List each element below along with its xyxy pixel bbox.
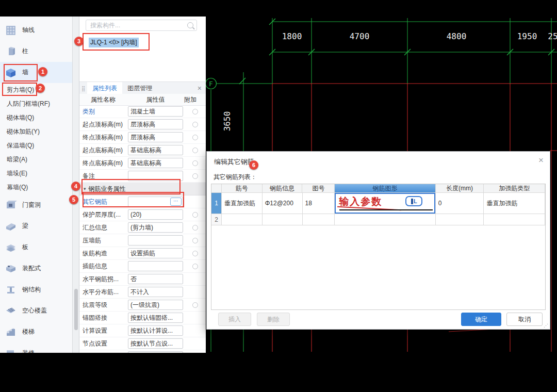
property-value-field[interactable] — [128, 261, 183, 271]
bar-info-cell[interactable] — [263, 214, 303, 225]
property-value-field[interactable]: (剪力墙) — [128, 222, 183, 233]
sidebar-item-stairs[interactable]: 楼梯 — [0, 321, 72, 342]
row-number-cell[interactable]: 1 — [211, 193, 222, 214]
property-value-field[interactable]: 按默认节点设... — [128, 338, 183, 349]
property-row: 类别混凝土墙 — [79, 105, 206, 118]
rebar-column-header[interactable]: 长度(mm) — [436, 184, 484, 193]
property-group-row[interactable]: ▾钢筋业务属性 — [79, 183, 206, 195]
resize-grip-icon[interactable]: ⋰ — [544, 323, 548, 328]
rebar-column-header[interactable]: 图号 — [302, 184, 335, 193]
sidebar-item-sub-4[interactable]: 人防门框墙(RF) — [0, 97, 72, 111]
figure-no-cell[interactable] — [303, 214, 335, 225]
attach-toggle[interactable] — [192, 264, 198, 269]
attach-toggle[interactable] — [192, 251, 198, 256]
sidebar-item-sub-10[interactable]: 幕墙(Q) — [0, 181, 72, 194]
length-cell[interactable] — [436, 214, 484, 225]
sidebar-item-finish[interactable]: 装修 — [0, 342, 72, 353]
properties-column-header: 属性名称 属性值 附加 — [79, 94, 206, 106]
property-value-field[interactable]: 按默认计算设... — [128, 325, 183, 336]
property-value-field[interactable]: 不计入 — [128, 287, 183, 297]
property-name: 水平分布筋... — [79, 288, 127, 297]
strengthen-type-cell[interactable] — [484, 214, 545, 225]
property-name: 起点底标高(m) — [79, 146, 127, 155]
sidebar-item-slab[interactable]: 板 — [0, 237, 72, 258]
sidebar-scrollbar-thumb[interactable] — [74, 289, 78, 330]
attach-toggle[interactable] — [192, 225, 198, 231]
property-value-field[interactable]: 层顶标高 — [128, 132, 183, 142]
row-number-cell[interactable]: 2 — [211, 214, 222, 225]
cancel-button[interactable]: 取消 — [506, 313, 543, 326]
property-name: 抗震等级 — [79, 301, 127, 309]
rebar-shape-cell[interactable] — [335, 214, 435, 225]
tab-property-list[interactable]: 属性列表 — [87, 82, 122, 94]
property-name: 搭接设置 — [79, 352, 127, 353]
attach-toggle[interactable] — [192, 302, 198, 308]
component-list-item[interactable]: JLQ-1 <0> [内墙] — [89, 37, 139, 47]
property-value-field[interactable]: ⋯ — [128, 197, 183, 207]
length-cell[interactable]: 0 — [436, 193, 484, 214]
rebar-column-header[interactable]: 钢筋信息 — [263, 184, 303, 193]
bar-id-cell[interactable]: 垂直加强筋 — [222, 193, 263, 214]
ok-button[interactable]: 确定 — [461, 313, 501, 326]
sidebar-item-hollow-floor[interactable]: 空心楼盖 — [0, 300, 72, 321]
sidebar-item-sub-9[interactable]: 墙垛(E) — [0, 167, 72, 181]
property-value-field[interactable]: 层顶标高 — [128, 119, 183, 129]
strengthen-type-cell[interactable]: 垂直加强筋 — [484, 193, 545, 214]
drag-handle-icon[interactable]: ⣿ — [81, 86, 84, 91]
property-name: 压墙筋 — [79, 236, 127, 245]
sidebar-item-label: 楼梯 — [22, 328, 35, 336]
step-badge-3: 3 — [74, 37, 84, 46]
property-value-field[interactable]: (一级抗震) — [128, 300, 183, 310]
sidebar-item-label: 装修 — [22, 349, 35, 353]
dialog-close-icon[interactable]: × — [538, 156, 544, 165]
sidebar-item-sub-8[interactable]: 暗梁(A) — [0, 153, 72, 167]
sidebar-item-sub-6[interactable]: 砌体加筋(Y) — [0, 125, 72, 139]
property-name: 插筋信息 — [79, 262, 127, 271]
rebar-column-header[interactable]: 筋号 — [222, 184, 263, 193]
component-search-box[interactable] — [86, 20, 197, 31]
attach-toggle[interactable] — [192, 160, 198, 166]
property-value-field[interactable]: 基础底标高 — [128, 145, 183, 155]
property-value-field[interactable]: 设置插筋 — [128, 248, 183, 258]
sidebar-item-wall[interactable]: 墙 — [0, 62, 72, 83]
attach-toggle[interactable] — [192, 173, 198, 179]
step-badge-2: 2 — [36, 84, 45, 93]
bar-info-cell[interactable]: Φ12@200 — [263, 193, 303, 214]
sidebar-item-door-window[interactable]: 门窗洞 — [0, 194, 72, 216]
property-value-field[interactable]: (20) — [128, 209, 183, 220]
length-parameter-input[interactable]: L — [405, 196, 422, 206]
insert-button[interactable]: 插入 — [218, 313, 251, 326]
attach-toggle[interactable] — [192, 212, 198, 218]
sidebar-item-sub-7[interactable]: 保温墙(Q) — [0, 139, 72, 153]
attach-toggle[interactable] — [192, 148, 198, 153]
property-value-field[interactable]: 基础底标高 — [128, 158, 183, 168]
property-value-field[interactable] — [128, 171, 183, 181]
sidebar-item-axis-grid[interactable]: 轴线 — [0, 20, 72, 41]
slab-icon — [5, 241, 17, 254]
delete-button[interactable]: 删除 — [257, 313, 290, 326]
attach-toggle[interactable] — [192, 122, 198, 127]
bar-id-cell[interactable] — [222, 214, 263, 225]
rebar-column-header[interactable]: 钢筋图形 — [335, 184, 435, 193]
property-value-field[interactable]: 否 — [128, 274, 183, 284]
property-value-field[interactable]: 按默认锚固搭... — [128, 313, 183, 323]
property-value-field[interactable] — [128, 235, 183, 246]
sidebar-item-beam[interactable]: 梁 — [0, 216, 72, 237]
sidebar-item-column[interactable]: 柱 — [0, 41, 72, 62]
sidebar-item-sub-5[interactable]: 砌体墙(Q) — [0, 111, 72, 125]
attach-toggle[interactable] — [192, 238, 198, 243]
vertical-dimension-label: 3650 — [222, 111, 232, 132]
attach-toggle[interactable] — [192, 135, 198, 140]
attach-toggle[interactable] — [192, 109, 198, 115]
rebar-shape-cell[interactable]: 输入参数L — [335, 193, 435, 214]
sidebar-item-prefab[interactable]: 装配式 — [0, 258, 72, 279]
more-options-button[interactable]: ⋯ — [170, 198, 182, 206]
figure-no-cell[interactable]: 18 — [303, 193, 335, 214]
tab-layer-management[interactable]: 图层管理 — [122, 82, 157, 94]
property-value-field[interactable]: 混凝土墙 — [128, 106, 183, 117]
panel-close-icon[interactable]: × — [198, 84, 202, 92]
property-value-field[interactable]: 按默认搭接设... — [128, 351, 183, 353]
search-input[interactable] — [89, 21, 187, 29]
rebar-column-header[interactable]: 加强筋类型 — [484, 184, 545, 193]
sidebar-item-steel[interactable]: 钢结构 — [0, 279, 72, 300]
